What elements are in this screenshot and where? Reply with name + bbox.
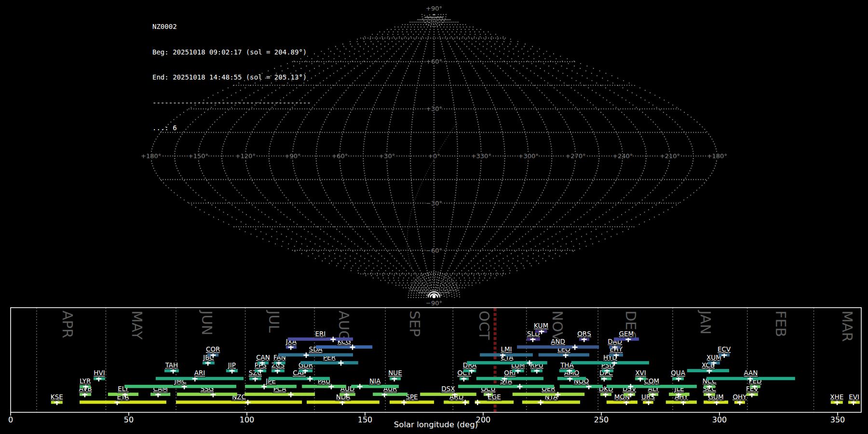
shower-bar-ARI <box>156 377 244 380</box>
shower-bar-NOO <box>560 385 603 388</box>
shower-bar-PAU <box>302 385 346 388</box>
shower-bar-DSX <box>420 393 476 396</box>
shower-bar-EGE <box>475 401 514 404</box>
month-label: MAR <box>839 311 855 342</box>
shower-label-GEM: GEM <box>619 330 634 338</box>
equator-lon-label: +180° <box>707 152 727 160</box>
shower-bar-ETA <box>80 401 166 404</box>
shower-bar-COM <box>607 385 697 388</box>
shower-label-XHE: XHE <box>830 393 843 401</box>
month-label: AUG <box>336 311 352 341</box>
shower-label-COM: COM <box>644 377 660 385</box>
shower-label-ARI: ARI <box>194 369 205 377</box>
lat-label: +90° <box>426 5 442 12</box>
lat-label: −90° <box>426 299 442 307</box>
lat-label: −60° <box>426 247 442 254</box>
activity-timeline: APRMAYJUNJULAUGSEPOCTNOVDECJANFEBMARKSEE… <box>8 308 861 429</box>
equator-lon-label: +120° <box>235 152 256 160</box>
reference-curve <box>407 123 457 294</box>
month-label: APR <box>59 311 76 338</box>
x-tick-label: 0 <box>8 415 13 424</box>
shower-label-QUA: QUA <box>671 369 686 377</box>
equator-lon-label: +330° <box>471 152 491 160</box>
shower-label-ERI: ERI <box>315 330 326 338</box>
shower-label-KSE: KSE <box>51 393 63 401</box>
shower-label-NUE: NUE <box>388 369 402 377</box>
shower-label-KUM: KUM <box>534 322 548 329</box>
pole-marker-core <box>433 295 436 298</box>
shower-label-ORS: ORS <box>577 330 591 338</box>
shower-label-ECV: ECV <box>718 345 731 353</box>
shower-bar-AUR <box>373 393 407 396</box>
equator-lon-label: +150° <box>188 152 208 160</box>
shower-label-LMI: LMI <box>501 345 512 353</box>
shower-bar-AND <box>517 345 599 349</box>
month-label: JAN <box>697 310 714 335</box>
shower-label-CAN: CAN <box>256 353 270 361</box>
month-label: NOV <box>549 311 566 341</box>
shower-bar-ERI <box>288 338 353 341</box>
shower-bar-NTA <box>522 401 580 404</box>
shower-bar-NZC <box>176 401 302 404</box>
shower-bar-JPE <box>245 385 297 388</box>
x-tick-label: 350 <box>830 415 845 424</box>
equator-lon-label: +240° <box>612 152 633 160</box>
month-label: JUL <box>266 310 282 333</box>
shower-bar-SPE <box>390 401 434 404</box>
shower-label-LYR: LYR <box>80 377 91 385</box>
shower-bar-SSG <box>177 393 237 396</box>
shower-bar-KCG <box>316 345 372 349</box>
month-label: MAY <box>129 311 145 340</box>
shower-label-TAH: TAH <box>165 361 178 369</box>
lat-label: +30° <box>426 105 442 112</box>
shower-label-AND: AND <box>551 338 565 345</box>
x-axis-title: Solar longitude (deg) <box>394 420 478 429</box>
shower-label-NIA: NIA <box>369 377 381 385</box>
shower-label-XVI: XVI <box>635 369 646 377</box>
month-label: FEB <box>773 311 789 337</box>
shower-bar-LMI <box>480 353 533 357</box>
equator-lon-label: +30° <box>379 152 395 160</box>
x-tick-label: 250 <box>594 415 609 424</box>
shower-bar-CTA <box>467 361 547 365</box>
x-tick-label: 300 <box>712 415 727 424</box>
month-label: JUN <box>199 310 215 335</box>
equator-lon-label: +0° <box>428 152 440 160</box>
equator-lon-label: +90° <box>285 152 301 160</box>
x-tick-label: 100 <box>240 415 255 424</box>
shower-label-COR: COR <box>206 345 220 353</box>
shower-label-HVI: HVI <box>94 369 105 377</box>
shower-label-DSX: DSX <box>441 385 455 393</box>
x-tick-label: 150 <box>358 415 373 424</box>
equator-lon-label: +210° <box>660 152 680 160</box>
x-tick-label: 200 <box>476 415 491 424</box>
lat-label: +60° <box>426 58 442 65</box>
shower-bar-JMC <box>124 385 236 388</box>
shower-bar-HYD <box>571 361 649 365</box>
app-root: NZ0002 Beg: 20251018 09:02:17 (sol = 204… <box>0 0 868 434</box>
shower-label-OHY: OHY <box>732 393 747 401</box>
shower-label-EVI: EVI <box>849 393 859 401</box>
shower-label-JIP: JIP <box>228 361 236 369</box>
x-tick-label: 50 <box>124 415 134 424</box>
shower-bar-ORI <box>476 377 543 380</box>
shower-bar-OER <box>513 393 584 396</box>
lat-label: −30° <box>426 200 442 207</box>
shower-bar-STA <box>458 385 554 388</box>
equator-lon-label: +180° <box>141 152 161 160</box>
shower-bar-MON <box>607 401 637 404</box>
shower-label-AAN: AAN <box>744 369 758 377</box>
equator-lon-label: +300° <box>518 152 538 160</box>
month-label: SEP <box>407 311 423 337</box>
shower-bar-PCA <box>244 393 315 396</box>
shower-bar-PER <box>300 361 358 365</box>
sky-projection: +180°+150°+120°+90°+60°+30°+0°+330°+300°… <box>141 5 727 307</box>
meteor-shower-plot: +180°+150°+120°+90°+60°+30°+0°+330°+300°… <box>0 0 868 434</box>
equator-lon-label: +60° <box>331 152 348 160</box>
month-label: OCT <box>476 311 492 340</box>
equator-lon-label: +270° <box>565 152 585 160</box>
shower-bar-CAP <box>269 377 330 380</box>
shower-bar-SDA <box>278 353 353 357</box>
